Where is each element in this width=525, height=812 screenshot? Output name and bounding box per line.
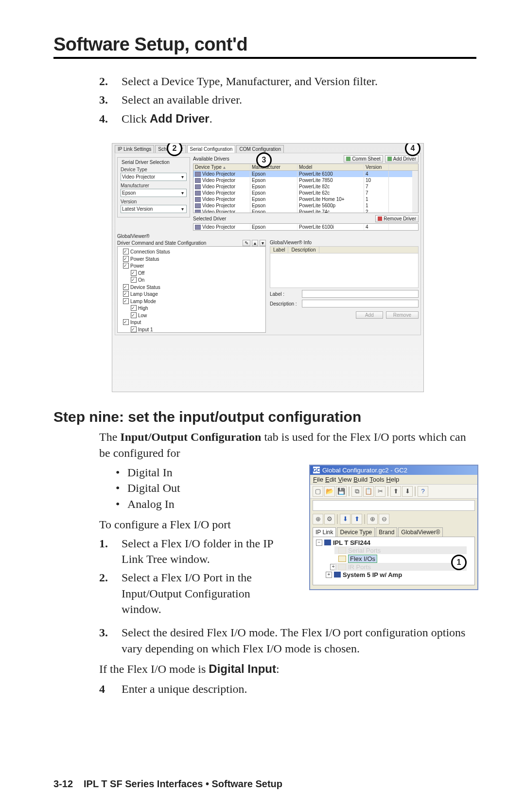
- tree-item[interactable]: Off: [120, 270, 263, 277]
- version-label: Version: [121, 199, 187, 204]
- copy-icon[interactable]: ⧉: [351, 486, 362, 497]
- tree-item[interactable]: Connection Status: [120, 248, 263, 255]
- add-driver-bold: Add Driver: [150, 112, 210, 125]
- plus-icon: [387, 157, 392, 161]
- collapse-icon[interactable]: −: [316, 540, 322, 546]
- gv-info-list: [270, 253, 419, 288]
- intro-step-2: 2. Select a Device Type, Manufacturer, a…: [99, 73, 476, 89]
- step9-intro: The Input/Output Configuration tab is us…: [99, 429, 476, 461]
- tree-item[interactable]: Device Status: [120, 284, 263, 291]
- menu-build[interactable]: Build: [353, 476, 368, 483]
- up-icon[interactable]: ▴: [252, 240, 258, 246]
- step-text: Select the desired Flex I/O mode. The Fl…: [122, 625, 476, 656]
- address-combo[interactable]: [313, 500, 475, 511]
- plus-icon[interactable]: ⊕: [367, 514, 378, 524]
- tree-item[interactable]: Input 1: [120, 326, 263, 333]
- tab-globalviewer[interactable]: GlobalViewer®: [398, 527, 443, 537]
- wand-icon[interactable]: ✎: [243, 240, 250, 246]
- table-row[interactable]: Video ProjectorEpsonPowerLite 785010: [193, 177, 412, 183]
- manufacturer-combo[interactable]: Epson▾: [121, 189, 187, 197]
- col-device-type[interactable]: Device Type ▴: [193, 164, 250, 170]
- tab-serial[interactable]: Serial Configuration: [187, 145, 236, 153]
- tab-device-type[interactable]: Device Type: [337, 527, 375, 537]
- available-drivers-grid[interactable]: Device Type ▴ Manufacturer Model Version…: [193, 163, 419, 213]
- col-manufacturer[interactable]: Manufacturer: [250, 164, 298, 170]
- sel-manufacturer: Epson: [250, 224, 298, 230]
- minus-icon[interactable]: ⊖: [379, 514, 389, 524]
- device-icon: [324, 540, 331, 545]
- cut-icon[interactable]: ✂: [375, 486, 385, 497]
- tree-tabs: IP Link Device Type Brand GlobalViewer®: [310, 526, 477, 537]
- s9-step-2: 2. Select a Flex I/O Port in the Input/O…: [99, 570, 292, 617]
- iplink-tree[interactable]: −IPL T SFI244 Serial Ports Flex I/Os +IR…: [313, 537, 475, 585]
- tab-brand[interactable]: Brand: [376, 527, 397, 537]
- menu-help[interactable]: Help: [386, 476, 400, 483]
- tree-item[interactable]: Input: [120, 319, 263, 326]
- intro-step-3: 3. Select an available driver.: [99, 92, 476, 108]
- upload-icon[interactable]: ⬆: [390, 486, 401, 497]
- device-conf-icon[interactable]: ⚙: [324, 514, 335, 524]
- remove-button[interactable]: Remove: [386, 311, 419, 319]
- remove-driver-button[interactable]: Remove Driver: [375, 215, 419, 222]
- bullet-text: Digital Out: [127, 480, 180, 496]
- table-row[interactable]: Video ProjectorEpsonPowerLite 74c2: [193, 209, 412, 213]
- label-input[interactable]: [302, 290, 419, 298]
- download-icon[interactable]: ⬇: [402, 486, 413, 497]
- help-icon[interactable]: ?: [418, 486, 428, 497]
- intro-pre: The: [99, 431, 120, 443]
- device-type-combo[interactable]: Video Projector▾: [121, 173, 187, 181]
- step-num: 3.: [99, 92, 122, 108]
- menu-bar[interactable]: File Edit View Build Tools Help: [310, 475, 477, 484]
- tree-flex-selected[interactable]: Flex I/Os: [348, 555, 377, 563]
- tab-iplink[interactable]: IP Link Settings: [115, 145, 154, 153]
- step-text: Select a Flex I/O Port in the Input/Outp…: [122, 570, 292, 617]
- tree-item[interactable]: Lamp Usage: [120, 290, 263, 298]
- table-row[interactable]: Video ProjectorEpsonPowerLite 61004: [193, 171, 412, 177]
- add-driver-button[interactable]: Add Driver: [385, 155, 419, 162]
- menu-edit[interactable]: Edit: [325, 476, 336, 483]
- tree-item[interactable]: On: [120, 276, 263, 284]
- tree-sys5[interactable]: System 5 IP w/ Amp: [343, 571, 402, 578]
- version-combo[interactable]: Latest Version▾: [121, 205, 187, 213]
- selected-driver-label: Selected Driver: [193, 216, 226, 221]
- add-button[interactable]: Add: [356, 311, 383, 319]
- table-row[interactable]: Video ProjectorEpsonPowerLite Home 10+1: [193, 196, 412, 202]
- open-icon[interactable]: 📂: [324, 486, 335, 497]
- col-version[interactable]: Version: [364, 164, 389, 170]
- gv-info-title: GlobalViewer® Info: [270, 240, 419, 245]
- tab-iplink[interactable]: IP Link: [313, 527, 336, 537]
- comm-sheet-button[interactable]: Comm Sheet: [344, 155, 383, 162]
- tree-item[interactable]: Low: [120, 312, 263, 319]
- tree-root[interactable]: IPL T SFI244: [333, 539, 370, 546]
- arrow-up-icon[interactable]: ⬆: [351, 514, 362, 524]
- page-title: Software Setup, cont'd: [53, 34, 476, 55]
- if-post: :: [276, 663, 280, 675]
- paste-icon[interactable]: 📋: [363, 486, 374, 497]
- menu-tools[interactable]: Tools: [369, 476, 384, 483]
- tree-item[interactable]: High: [120, 305, 263, 312]
- description-input[interactable]: [302, 300, 419, 307]
- menu-view[interactable]: View: [338, 476, 351, 483]
- command-tree[interactable]: Connection StatusPower StatusPowerOffOnD…: [117, 246, 266, 333]
- arrow-down-icon[interactable]: ⬇: [340, 514, 350, 524]
- save-icon[interactable]: 💾: [336, 486, 347, 497]
- tree-item[interactable]: Power Status: [120, 255, 263, 263]
- menu-file[interactable]: File: [313, 476, 323, 483]
- expand-icon[interactable]: +: [326, 572, 332, 578]
- new-icon[interactable]: ▢: [313, 486, 323, 497]
- down-icon[interactable]: ▾: [260, 240, 266, 246]
- header-rule: [53, 57, 476, 59]
- tree-item[interactable]: Power: [120, 262, 263, 270]
- btn-label: Add Driver: [393, 156, 416, 162]
- device-add-icon[interactable]: ⊕: [313, 514, 323, 524]
- table-row[interactable]: Video ProjectorEpsonPowerLite 82c7: [193, 183, 412, 190]
- table-row[interactable]: Video ProjectorEpsonPowerLite 5600p1: [193, 202, 412, 209]
- tree-item[interactable]: Lamp Mode: [120, 298, 263, 305]
- projector-icon: [195, 225, 201, 230]
- callout-1: 1: [451, 555, 467, 570]
- sel-devtype: Video Projector: [202, 224, 235, 230]
- col-model[interactable]: Model: [298, 164, 364, 170]
- tab-com[interactable]: COM Configuration: [236, 145, 284, 153]
- table-row[interactable]: Video ProjectorEpsonPowerLite 62c7: [193, 190, 412, 196]
- step-num: 2.: [99, 73, 122, 89]
